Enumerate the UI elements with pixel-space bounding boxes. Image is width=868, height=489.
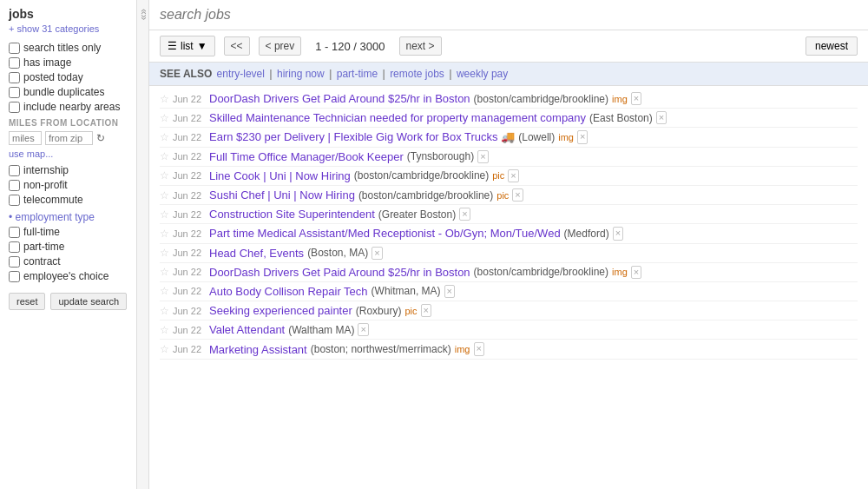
checkbox-include-nearby[interactable]: include nearby areas <box>9 101 128 113</box>
star-icon[interactable]: ☆ <box>160 208 169 221</box>
job-close-icon[interactable]: × <box>372 247 382 260</box>
show-categories-link[interactable]: + show 31 categories <box>9 23 99 34</box>
see-also-hiring-now[interactable]: hiring now <box>277 68 325 80</box>
next-page-button[interactable]: next > <box>399 36 442 56</box>
checkbox-full-time[interactable]: full-time <box>9 226 128 238</box>
checkbox-bundle-duplicates[interactable]: bundle duplicates <box>9 86 128 98</box>
job-title-link[interactable]: DoorDash Drivers Get Paid Around $25/hr … <box>209 266 470 279</box>
star-icon[interactable]: ☆ <box>160 247 169 259</box>
toolbar: ☰ list ▼ << < prev 1 - 120 / 3000 next >… <box>149 30 868 63</box>
see-also-weekly-pay[interactable]: weekly pay <box>457 68 508 80</box>
use-map-link[interactable]: use map... <box>9 149 128 159</box>
sidebar: jobs + show 31 categories search titles … <box>0 0 137 489</box>
job-date: Jun 22 <box>173 170 206 181</box>
list-icon: ☰ <box>168 40 177 52</box>
job-close-icon[interactable]: × <box>477 150 488 163</box>
star-icon[interactable]: ☆ <box>160 169 169 182</box>
job-close-icon[interactable]: × <box>577 130 588 143</box>
job-close-icon[interactable]: × <box>358 323 368 336</box>
checkbox-label-contract: contract <box>23 255 61 268</box>
job-close-icon[interactable]: × <box>459 208 470 221</box>
see-also-remote-jobs[interactable]: remote jobs <box>390 68 444 80</box>
checkbox-part-time[interactable]: part-time <box>9 241 128 253</box>
job-date: Jun 22 <box>173 228 206 239</box>
checkbox-internship[interactable]: internship <box>9 164 128 176</box>
job-date: Jun 22 <box>173 94 206 104</box>
checkbox-has-image[interactable]: has image <box>9 56 128 69</box>
job-close-icon[interactable]: × <box>508 169 518 182</box>
checkbox-contract[interactable]: contract <box>9 255 128 268</box>
job-location: (Waltham MA) <box>288 324 354 336</box>
star-icon[interactable]: ☆ <box>160 150 169 162</box>
search-input[interactable] <box>160 7 858 23</box>
job-title-link[interactable]: Earn $230 per Delivery | Flexible Gig Wo… <box>209 130 515 143</box>
job-date: Jun 22 <box>173 113 206 123</box>
job-title-link[interactable]: Line Cook | Uni | Now Hiring <box>209 169 351 182</box>
star-icon[interactable]: ☆ <box>160 112 169 124</box>
list-view-button[interactable]: ☰ list ▼ <box>160 36 215 56</box>
job-location: (boston/cambridge/brookline) <box>354 169 489 182</box>
job-title-link[interactable]: Skilled Maintenance Technician needed fo… <box>209 111 586 124</box>
sidebar-buttons: reset update search <box>9 293 128 310</box>
see-also-entry-level[interactable]: entry-level <box>217 68 265 80</box>
job-title-link[interactable]: Seeking experienced painter <box>209 304 352 317</box>
refresh-icon[interactable]: ↻ <box>96 132 105 144</box>
star-icon[interactable]: ☆ <box>160 93 169 105</box>
star-icon[interactable]: ☆ <box>160 324 169 336</box>
job-close-icon[interactable]: × <box>656 111 667 124</box>
checkbox-label-part-time: part-time <box>23 241 64 253</box>
checkbox-employees-choice[interactable]: employee's choice <box>9 270 128 282</box>
job-close-icon[interactable]: × <box>512 188 523 202</box>
job-title-link[interactable]: Construction Site Superintendent <box>209 208 375 221</box>
first-page-button[interactable]: << <box>224 36 250 56</box>
table-row: ☆Jun 22DoorDash Drivers Get Paid Around … <box>160 263 858 282</box>
star-icon[interactable]: ☆ <box>160 131 169 143</box>
checkbox-label-include-nearby: include nearby areas <box>23 101 120 113</box>
job-tag: pic <box>404 306 417 316</box>
star-icon[interactable]: ☆ <box>160 305 169 317</box>
star-icon[interactable]: ☆ <box>160 266 169 278</box>
job-title-link[interactable]: Head Chef, Events <box>209 247 304 260</box>
job-title-link[interactable]: Marketing Assistant <box>209 343 307 356</box>
collapse-bar[interactable]: «» <box>137 0 149 489</box>
checkbox-non-profit[interactable]: non-profit <box>9 179 128 191</box>
update-search-button[interactable]: update search <box>50 293 127 310</box>
miles-input[interactable] <box>9 131 42 145</box>
job-location: (boston/cambridge/brookline) <box>474 93 608 105</box>
table-row: ☆Jun 22Line Cook | Uni | Now Hiring(bost… <box>160 167 858 186</box>
job-date: Jun 22 <box>173 248 206 258</box>
job-title-link[interactable]: Sushi Chef | Uni | Now Hiring <box>209 188 355 202</box>
zip-input[interactable] <box>45 131 93 145</box>
job-location: (Lowell) <box>518 131 555 143</box>
job-close-icon[interactable]: × <box>631 266 641 279</box>
job-close-icon[interactable]: × <box>631 92 641 105</box>
prev-page-button[interactable]: < prev <box>259 36 302 56</box>
star-icon[interactable]: ☆ <box>160 343 169 355</box>
star-icon[interactable]: ☆ <box>160 285 169 297</box>
star-icon[interactable]: ☆ <box>160 228 169 240</box>
job-title-link[interactable]: Part time Medical Assistant/Med Receptio… <box>209 227 561 240</box>
newest-button[interactable]: newest <box>806 36 858 56</box>
job-close-icon[interactable]: × <box>444 285 455 298</box>
job-close-icon[interactable]: × <box>474 342 484 355</box>
checkbox-posted-today[interactable]: posted today <box>9 71 128 83</box>
table-row: ☆Jun 22Marketing Assistant(boston; north… <box>160 340 858 359</box>
job-date: Jun 22 <box>173 325 206 335</box>
checkbox-label-employees-choice: employee's choice <box>23 270 108 282</box>
job-location: (Medford) <box>564 228 609 240</box>
checkbox-telecommute[interactable]: telecommute <box>9 194 128 206</box>
reset-button[interactable]: reset <box>9 293 45 310</box>
see-also-part-time[interactable]: part-time <box>337 68 378 80</box>
miles-row: ↻ <box>9 131 128 145</box>
job-title-link[interactable]: Auto Body Collison Repair Tech <box>209 285 368 298</box>
job-close-icon[interactable]: × <box>421 304 431 317</box>
page-info: 1 - 120 / 3000 <box>310 37 390 56</box>
job-title-link[interactable]: DoorDash Drivers Get Paid Around $25/hr … <box>209 92 470 105</box>
star-icon[interactable]: ☆ <box>160 189 169 202</box>
job-close-icon[interactable]: × <box>613 227 623 240</box>
checkbox-search-titles[interactable]: search titles only <box>9 42 128 54</box>
checkbox-label-non-profit: non-profit <box>23 179 68 191</box>
job-title-link[interactable]: Valet Attendant <box>209 323 285 336</box>
job-location: (Boston, MA) <box>307 247 368 259</box>
job-title-link[interactable]: Full Time Office Manager/Book Keeper <box>209 150 404 163</box>
